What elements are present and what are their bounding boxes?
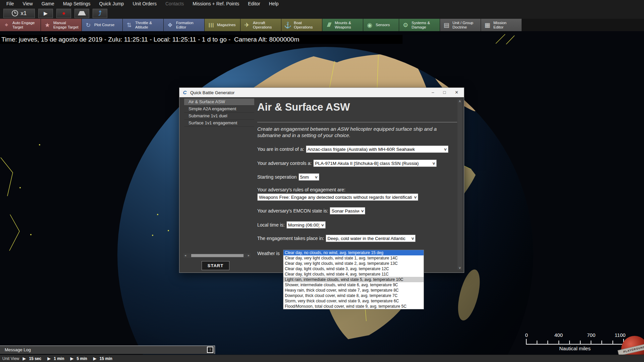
weather-option[interactable]: Light rain, intermediate clouds, wind st… bbox=[283, 277, 424, 282]
scenario-list-item[interactable]: Air & Surface ASW bbox=[184, 99, 254, 106]
weather-label: Weather is bbox=[257, 250, 280, 256]
toolbar-button[interactable]: ★ ManualEngage Target bbox=[41, 19, 82, 31]
menu-item[interactable]: Missions + Ref. Points bbox=[188, 0, 244, 8]
main-toolbar: ⌖ Auto EngageTarget ★ ManualEngage Targe… bbox=[0, 19, 644, 31]
time-step-button[interactable]: ▶ 15 sec bbox=[22, 356, 45, 361]
menu-item[interactable]: Map Settings bbox=[59, 0, 95, 8]
magazines-icon: ☰ bbox=[207, 21, 215, 29]
toolbar-button[interactable]: ⚙ Systems &Damage bbox=[399, 19, 440, 31]
local-time-value: Morning (06:00) bbox=[288, 223, 319, 228]
map-view-button[interactable] bbox=[74, 9, 89, 18]
scroll-down-icon[interactable]: ˅ bbox=[458, 266, 462, 270]
toolbar-button[interactable]: ◉ Sensors bbox=[363, 19, 399, 31]
message-log-bar[interactable]: Message Log ↑ bbox=[0, 346, 215, 354]
location-select[interactable]: Deep, cold water in the Central Atlantic… bbox=[326, 235, 416, 242]
chevron-down-icon: ˅ bbox=[414, 195, 417, 200]
toolbar-button[interactable]: ✈ AircraftOperations bbox=[240, 19, 281, 31]
toolbar-button[interactable]: ▦ MissionEditor bbox=[481, 19, 522, 31]
weather-option[interactable]: Downpour, thick cloud cover, wind state … bbox=[283, 293, 424, 298]
control-of-row: You are in control of a: Anzac-class fri… bbox=[257, 145, 448, 153]
toolbar-button[interactable]: ↻ Plot Course bbox=[82, 19, 122, 31]
toolbar-button[interactable]: ❖ FormationEditor bbox=[164, 19, 204, 31]
menu-item[interactable]: Help bbox=[265, 0, 283, 8]
scenario-list-item[interactable]: Submarine 1v1 duel bbox=[184, 113, 254, 120]
time-status-bar: Time: jueves, 15 de agosto de 2019 - Zul… bbox=[0, 35, 402, 44]
message-log-label: Message Log bbox=[0, 346, 215, 354]
toolbar-button[interactable]: /// Mounts &Weapons bbox=[322, 19, 363, 31]
scale-unit-label: Nautical miles bbox=[526, 346, 624, 351]
scenario-list-item[interactable]: Surface 1v1 engagement bbox=[184, 120, 254, 127]
control-of-select[interactable]: Anzac-class frigate (Australia) with MH-… bbox=[306, 145, 448, 153]
message-log-expand-button[interactable]: ↑ bbox=[207, 347, 213, 353]
menu-item[interactable]: View bbox=[18, 0, 37, 8]
weather-option[interactable]: Clear day, very light clouds, wind state… bbox=[283, 255, 424, 261]
close-button[interactable]: ✕ bbox=[455, 88, 459, 97]
jump-arrow-icon: ⤴ bbox=[98, 10, 102, 17]
weather-option[interactable]: Clear day, light clouds, wind state 4, a… bbox=[283, 272, 424, 277]
separation-select[interactable]: 5nm ˅ bbox=[299, 173, 319, 181]
menu-bar: File View Game Map Settings Quick Jump U… bbox=[0, 0, 644, 8]
weather-option[interactable]: Storm, very thick cloud cover, wind stat… bbox=[283, 298, 424, 304]
location-value: Deep, cold water in the Central Atlantic bbox=[327, 236, 406, 241]
scroll-left-icon[interactable]: ◄ bbox=[183, 254, 187, 257]
time-controls: x1 ▶ ● ⤴ bbox=[0, 8, 644, 19]
toolbar-button[interactable]: ⚓ BoatOperations bbox=[281, 19, 322, 31]
scenario-hscrollbar[interactable]: ◄ ► bbox=[183, 253, 251, 258]
toolbar-button[interactable]: ⌖ Auto EngageTarget bbox=[0, 19, 41, 31]
emcon-select[interactable]: Sonar Passive ˅ bbox=[330, 207, 365, 215]
menu-item[interactable]: Contacts bbox=[161, 0, 188, 8]
record-button[interactable]: ● bbox=[56, 9, 71, 18]
scenario-list-item[interactable]: Simple A2A engagement bbox=[184, 106, 254, 113]
toolbar-button-label: Systems &Damage bbox=[412, 21, 430, 29]
dialog-app-icon: C bbox=[182, 90, 187, 95]
weather-option[interactable]: Clear day, very light clouds, wind state… bbox=[283, 261, 424, 266]
weather-option[interactable]: Heavy rain, thick cloud cover, wind stat… bbox=[283, 288, 424, 293]
toolbar-button[interactable]: ☰ Magazines bbox=[205, 19, 240, 31]
start-button[interactable]: START bbox=[202, 261, 229, 270]
hscroll-thumb[interactable] bbox=[191, 254, 244, 257]
toolbar-button-label: Throttle &Altitude bbox=[135, 21, 152, 29]
time-speed-button[interactable]: x1 bbox=[3, 9, 35, 18]
time-step-label: 5 min bbox=[77, 356, 87, 361]
menu-item[interactable]: File bbox=[2, 0, 18, 8]
time-step-button[interactable]: ▶ 1 min bbox=[47, 356, 68, 361]
content-vscrollbar[interactable]: ˄ ˅ bbox=[458, 99, 462, 270]
menu-item[interactable]: Unit Orders bbox=[128, 0, 161, 8]
step-play-icon: ▶ bbox=[47, 356, 51, 361]
chevron-down-icon: ˅ bbox=[412, 236, 414, 241]
weather-option[interactable]: Clear day, light clouds, wind state 3, a… bbox=[283, 266, 424, 272]
hscroll-track[interactable] bbox=[187, 254, 247, 257]
menu-item[interactable]: Editor bbox=[244, 0, 265, 8]
toolbar-button-label: Magazines bbox=[217, 23, 236, 27]
scroll-up-icon[interactable]: ˄ bbox=[458, 99, 462, 103]
menu-item[interactable]: Game bbox=[37, 0, 59, 8]
toolbar-button-label: MissionEditor bbox=[493, 21, 506, 29]
time-step-button[interactable]: ▶ 5 min bbox=[70, 356, 91, 361]
throttle-altitude-icon: ⇅ bbox=[125, 21, 133, 29]
emcon-row: Your adversary's EMCON state is: Sonar P… bbox=[257, 207, 365, 215]
dialog-titlebar[interactable]: C Quick Battle Generator – □ ✕ bbox=[179, 88, 464, 97]
auto-engage-icon: ⌖ bbox=[2, 21, 11, 28]
jump-button[interactable]: ⤴ bbox=[93, 9, 107, 18]
adversary-select[interactable]: PLA-971M Akula II [Shchuka-B] class SSN … bbox=[313, 160, 437, 167]
weather-option[interactable]: Shower, intermediate clouds, wind state … bbox=[283, 282, 424, 288]
scale-tick-label: 1100 bbox=[615, 332, 626, 338]
menu-item[interactable]: Quick Jump bbox=[95, 0, 128, 8]
scroll-right-icon[interactable]: ► bbox=[247, 254, 251, 257]
toolbar-button[interactable]: ⇅ Throttle &Altitude bbox=[123, 19, 163, 31]
weather-options-list: Clear day, no clouds, no wind, avg. temp… bbox=[283, 250, 424, 309]
quick-battle-generator-dialog: C Quick Battle Generator – □ ✕ Air & Sur… bbox=[179, 87, 464, 273]
time-step-button[interactable]: ▶ 15 min bbox=[93, 356, 116, 361]
weather-option[interactable]: Clear day, no clouds, no wind, avg. temp… bbox=[283, 250, 424, 255]
toolbar-button-label: Plot Course bbox=[94, 23, 114, 27]
roe-select[interactable]: Weapons Free: Engage any detected contac… bbox=[257, 193, 418, 201]
step-play-icon: ▶ bbox=[93, 356, 97, 361]
play-button[interactable]: ▶ bbox=[38, 9, 53, 18]
local-time-select[interactable]: Morning (06:00) ˅ bbox=[286, 221, 326, 229]
weather-option[interactable]: Flood/Monsoon, total cloud cover, wind s… bbox=[283, 304, 424, 309]
toolbar-button[interactable]: ▤ Unit / GroupDoctrine bbox=[440, 19, 481, 31]
dialog-title: Quick Battle Generator bbox=[190, 90, 432, 95]
scenario-list: Air & Surface ASW Simple A2A engagement … bbox=[184, 99, 254, 127]
minimize-button[interactable]: – bbox=[432, 88, 434, 97]
maximize-button[interactable]: □ bbox=[443, 88, 446, 97]
